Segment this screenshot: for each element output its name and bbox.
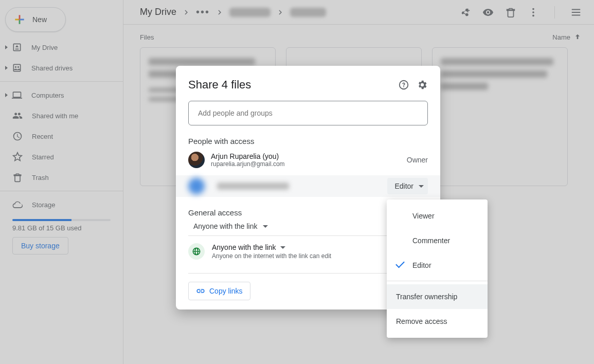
menu-item-editor[interactable]: Editor [387, 253, 488, 278]
copy-links-button[interactable]: Copy links [188, 282, 250, 300]
menu-item-remove-access[interactable]: Remove access [387, 309, 488, 334]
menu-item-label: Commenter [412, 236, 450, 245]
menu-item-label: Viewer [412, 212, 435, 220]
owner-role: Owner [407, 156, 428, 164]
gear-icon[interactable] [417, 79, 428, 90]
menu-item-label: Editor [412, 261, 431, 269]
people-with-access-label: People with access [188, 137, 428, 145]
general-access-title-row[interactable]: Anyone with the link [212, 243, 331, 251]
menu-item-label: Remove access [396, 317, 447, 325]
general-access-value: Anyone with the link [193, 222, 258, 230]
menu-item-label: Transfer ownership [396, 293, 457, 301]
owner-email: ruparelia.arjun@gmail.com [211, 160, 407, 168]
owner-name: Arjun Ruparelia (you) [211, 152, 407, 160]
avatar [188, 152, 205, 168]
owner-row: Arjun Ruparelia (you) ruparelia.arjun@gm… [188, 145, 428, 174]
copy-links-label: Copy links [209, 287, 243, 295]
link-icon [196, 286, 205, 296]
globe-icon [188, 243, 205, 260]
menu-item-commenter[interactable]: Commenter [387, 228, 488, 253]
chevron-down-icon [263, 225, 268, 228]
role-menu: Viewer Commenter Editor Transfer ownersh… [387, 199, 488, 338]
chevron-down-icon [419, 185, 424, 188]
general-access-sub: Anyone on the internet with the link can… [212, 252, 331, 260]
role-dropdown-label: Editor [394, 182, 413, 190]
collaborator-name-redacted [217, 183, 289, 190]
role-dropdown[interactable]: Editor [387, 178, 428, 194]
avatar [188, 178, 205, 194]
menu-item-viewer[interactable]: Viewer [387, 204, 488, 228]
help-icon[interactable] [398, 79, 409, 90]
collaborator-row: Editor [176, 175, 440, 197]
general-access-title: Anyone with the link [212, 243, 276, 251]
menu-item-transfer-ownership[interactable]: Transfer ownership [387, 284, 488, 309]
add-people-input[interactable] [188, 101, 428, 125]
chevron-down-icon [280, 246, 285, 249]
divider [387, 281, 488, 281]
dialog-title: Share 4 files [188, 78, 391, 92]
